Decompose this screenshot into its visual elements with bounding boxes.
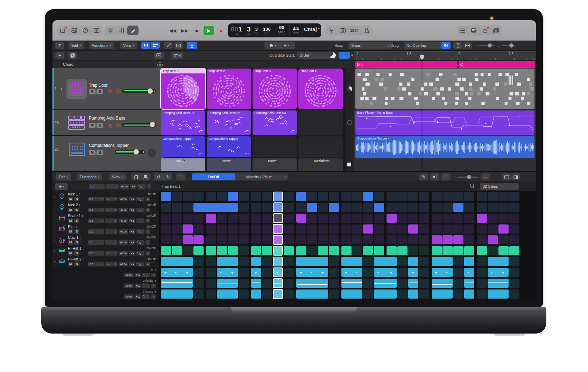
playhead-step[interactable]	[273, 213, 283, 223]
step-cell-off[interactable]	[172, 203, 182, 212]
step-cell-on[interactable]: ◆▸	[432, 268, 453, 277]
step-cell-on[interactable]	[453, 203, 463, 212]
row-dice-button[interactable]	[136, 229, 144, 234]
step-cell-on[interactable]	[408, 279, 418, 288]
step-cell-on[interactable]	[251, 289, 261, 299]
row-nudge-buttons[interactable]: ◂0 0▸	[119, 262, 128, 266]
pattern-name[interactable]: Trap Beat 1	[162, 184, 180, 188]
row-dice-button[interactable]	[136, 240, 144, 245]
step-cell-off[interactable]	[374, 192, 384, 201]
step-cell-off[interactable]	[329, 224, 339, 234]
step-cell-off[interactable]	[262, 279, 272, 288]
seq-functions-menu[interactable]: Functions▾	[77, 173, 102, 180]
step-cell-on[interactable]	[464, 257, 474, 266]
solo-button[interactable]: S	[97, 150, 103, 155]
loop-browser-button[interactable]	[479, 26, 490, 35]
subrow-nudge-buttons[interactable]: ◂0 0▸	[124, 284, 134, 288]
disclosure-icon[interactable]: ›	[61, 86, 62, 91]
row-rate-dropdown[interactable]: /16▴▾	[88, 240, 104, 245]
stepper-icon[interactable]: ▴▾	[79, 193, 80, 195]
step-cell-on[interactable]	[341, 257, 362, 266]
step-cell-off[interactable]	[341, 235, 352, 244]
step-cell-off[interactable]	[307, 224, 317, 234]
step-cell-off[interactable]	[296, 203, 306, 212]
seq-edit-menu[interactable]: Edit▾	[56, 173, 71, 180]
step-cell-off[interactable]	[206, 192, 216, 201]
quantize-start-dropdown[interactable]: 1 Bar▴▾	[297, 52, 332, 59]
step-cell-off[interactable]	[464, 192, 474, 201]
snap-dropdown[interactable]: Smart▴▾	[348, 42, 392, 49]
step-cell-on[interactable]	[488, 289, 509, 299]
step-cell-off[interactable]	[432, 203, 442, 212]
step-cell-off[interactable]	[509, 203, 519, 212]
mode-onoff-button[interactable]: On/Off	[192, 173, 235, 180]
seq-subrow-velocity[interactable]: Velocity▴▾ ◂0 0▸ ▾ ▴ ×	[52, 278, 159, 289]
row-updown-buttons[interactable]: ▾ ▴	[129, 229, 135, 234]
step-cell-off[interactable]	[307, 214, 317, 223]
row-clear-button[interactable]: ×	[146, 229, 150, 234]
step-cell-off[interactable]	[262, 268, 272, 277]
step-cell-off[interactable]	[307, 192, 317, 201]
step-cell-on[interactable]: ▸◆	[217, 268, 238, 277]
step-cell-on[interactable]	[217, 279, 238, 288]
step-cell-off[interactable]	[442, 214, 453, 223]
grid-up-button[interactable]	[55, 42, 64, 49]
step-cell-off[interactable]	[419, 246, 429, 255]
step-cell-off[interactable]	[408, 246, 418, 255]
drag-dropdown[interactable]: No Overlap▴▾	[404, 42, 444, 49]
cell-progress-icon[interactable]	[347, 86, 352, 92]
smart-controls-button[interactable]	[105, 26, 116, 35]
step-cell-off[interactable]	[262, 257, 272, 266]
play-button[interactable]: ▶	[204, 26, 214, 35]
step-cell-on[interactable]	[284, 246, 294, 255]
step-cell-off[interactable]	[464, 203, 474, 212]
row-direction-dropdown[interactable]: →▴▾	[105, 251, 118, 256]
step-cell-off[interactable]	[397, 214, 408, 223]
step-cell-off[interactable]	[464, 214, 474, 223]
step-cell-off[interactable]	[296, 235, 306, 244]
step-cell-on[interactable]	[442, 235, 453, 244]
loop-cell-trap-beat-3[interactable]: Trap Beat 3	[253, 69, 297, 109]
step-cell-off[interactable]	[419, 203, 429, 212]
seq-row-rim[interactable]: › Rim▴▾ On/Off MS /16▴▾ →▴▾ ◂0 0▸ ▾ ▴ ×	[52, 224, 159, 235]
row-mute-button[interactable]: M	[68, 229, 73, 234]
step-cell-off[interactable]	[509, 192, 519, 201]
track-name[interactable]: Trap Door	[89, 83, 108, 88]
step-cell-off[interactable]	[363, 279, 373, 288]
seq-zoom-slider[interactable]: ↕	[454, 174, 479, 180]
step-cell-off[interactable]	[172, 224, 182, 234]
step-cell-off[interactable]	[284, 289, 294, 299]
panel-layout-button[interactable]	[511, 173, 520, 180]
horizontal-zoom-slider[interactable]: ↔	[497, 43, 516, 48]
row-mute-button[interactable]: M	[68, 208, 73, 212]
subrow-clear-button[interactable]: ×	[151, 273, 156, 277]
step-cell-on[interactable]	[161, 192, 171, 201]
loop-cell-trap-beat-2[interactable]: Trap Beat 2	[207, 69, 251, 109]
disclosure-icon[interactable]: ›	[54, 238, 56, 242]
step-cell-off[interactable]	[262, 203, 272, 212]
step-cell-off[interactable]	[408, 214, 418, 223]
step-cell-off[interactable]	[284, 214, 294, 223]
step-cell-off[interactable]	[453, 257, 463, 266]
pattern-rate-dropdown[interactable]: /16▴▾	[89, 184, 105, 189]
step-cell-off[interactable]	[239, 257, 249, 266]
step-cell-off[interactable]	[239, 235, 249, 244]
solo-button[interactable]: S	[337, 26, 348, 35]
step-cell-off[interactable]	[453, 192, 463, 201]
step-cell-on[interactable]	[251, 246, 261, 255]
download-button[interactable]	[91, 26, 102, 35]
step-cell-off[interactable]	[193, 289, 204, 299]
track-header-trap-door[interactable]: 1 › Trap Door MSRI	[52, 68, 164, 110]
subrow-updown-buttons[interactable]: ▾ ▴	[135, 294, 141, 299]
stepper-icon[interactable]: ▴▾	[155, 290, 156, 293]
seq-row-snare1[interactable]: › Snare 1▴▾ On/Off MS /16▴▾ →▴▾ ◂0 0▸ ▾ …	[52, 213, 159, 224]
disclosure-icon[interactable]: ›	[54, 205, 56, 209]
step-cell-off[interactable]	[408, 235, 418, 244]
step-cell-off[interactable]	[262, 224, 272, 234]
region-computations-topper[interactable]: Computations Topper ∞	[355, 136, 534, 158]
step-cell-off[interactable]	[206, 257, 216, 266]
subrow-updown-buttons[interactable]: ▾ ▴	[135, 284, 141, 288]
step-cell-off[interactable]	[397, 235, 408, 244]
record-button[interactable]: ●	[216, 26, 226, 35]
stepper-icon[interactable]: ▴▾	[82, 214, 83, 217]
